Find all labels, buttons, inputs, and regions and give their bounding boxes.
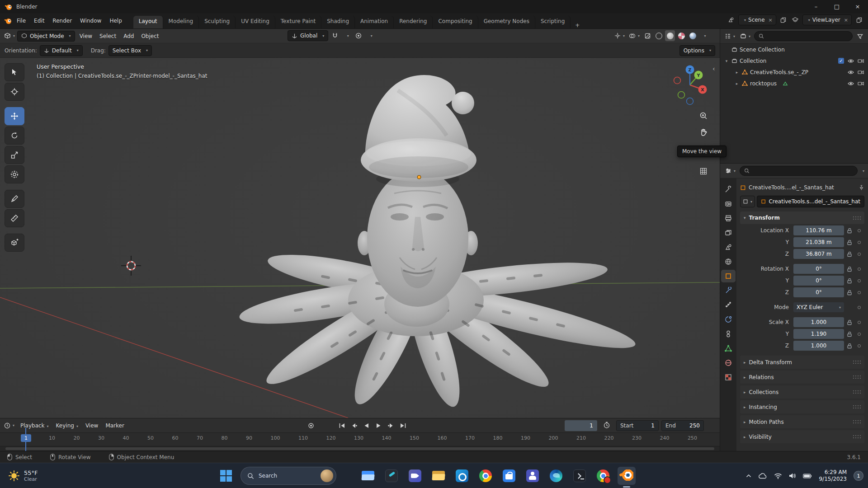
play-reverse-button[interactable] [361,420,372,431]
unlock-icon[interactable] [847,331,852,337]
scale-x-field[interactable]: 1.000 [793,317,844,327]
camera-visibility-icon[interactable] [858,58,864,63]
panel-visibility[interactable]: ▸Visibility [740,430,864,443]
maximize-button[interactable]: □ [826,0,847,13]
menu-render[interactable]: Render [48,15,76,27]
animate-dot[interactable] [858,267,861,271]
taskbar-app-dark-app[interactable] [382,467,401,485]
unlock-icon[interactable] [847,343,852,349]
panel-instancing[interactable]: ▸Instancing [740,400,864,413]
outliner-row-creativetools[interactable]: ▸ CreativeTools.se_-_ZP [720,66,868,78]
properties-tab-constraints[interactable] [721,328,736,340]
properties-tab-texture[interactable] [721,371,736,384]
battery-icon[interactable] [803,474,812,479]
gizmo-minus-y[interactable] [678,92,685,99]
clock-widget[interactable]: 6:29 AM 9/15/2023 [819,469,847,483]
next-keyframe-button[interactable] [385,420,396,431]
toggle-perspective-button[interactable] [697,164,710,178]
minimize-button[interactable]: – [806,0,826,13]
blender-menu-icon[interactable] [4,17,13,25]
location-z-field[interactable]: 36.807 m [793,249,844,259]
outliner-editor-type-button[interactable]: ▾ [723,31,736,42]
panel-collections[interactable]: ▸Collections [740,385,864,399]
snap-toggle[interactable] [330,30,340,41]
scale-y-field[interactable]: 1.190 [793,329,844,339]
proportional-falloff-dropdown[interactable]: ▾ [365,30,375,41]
tool-add-primitive[interactable] [5,234,24,252]
rotation-y-field[interactable]: 0° [793,276,844,286]
workspace-tab-modeling[interactable]: Modeling [163,16,199,28]
unlink-scene-icon[interactable]: × [769,17,773,23]
properties-search-input[interactable] [740,166,858,176]
prev-keyframe-button[interactable] [349,420,359,431]
unlock-icon[interactable] [847,266,852,272]
workspace-tab-animation[interactable]: Animation [355,16,394,28]
weather-widget[interactable]: 55°F Clear [4,467,42,485]
eye-icon[interactable] [848,58,854,64]
proportional-edit-toggle[interactable] [354,30,363,41]
taskbar-app-terminal[interactable] [571,467,589,485]
navigation-gizmo[interactable]: X Y Z [668,63,712,107]
timeline-menu-marker[interactable]: Marker [102,420,127,431]
taskbar-app-outlook[interactable] [453,467,471,485]
outliner-row-rocktopus[interactable]: ▸ rocktopus [720,78,868,89]
camera-visibility-icon[interactable] [858,81,864,86]
taskbar-app-chrome[interactable] [476,467,495,485]
volume-icon[interactable] [789,473,796,479]
current-frame-marker[interactable]: 1 [21,434,31,442]
workspace-tab-compositing[interactable]: Compositing [433,16,478,28]
viewport-menu-select[interactable]: Select [96,31,120,42]
unlock-icon[interactable] [847,319,852,325]
shading-solid-button[interactable] [665,30,675,41]
close-button[interactable]: × [847,0,868,13]
unlock-icon[interactable] [847,228,852,234]
panel-grip[interactable] [853,405,861,408]
taskbar-app-edge[interactable] [547,467,565,485]
properties-tab-render[interactable] [721,197,736,210]
timeline-menu-keying[interactable]: Keying▾ [52,420,82,431]
id-browse-button[interactable]: ▾ [740,196,755,207]
animate-dot[interactable] [858,321,861,324]
outliner-filter-button[interactable] [855,31,865,42]
panel-grip[interactable] [853,435,861,438]
menu-edit[interactable]: Edit [30,15,48,27]
shading-rendered-button[interactable] [688,30,698,41]
play-button[interactable] [373,420,384,431]
properties-tab-output[interactable] [721,212,736,225]
panel-grip[interactable] [853,375,861,379]
overlays-toggle[interactable]: ▾ [627,30,641,41]
viewport-menu-view[interactable]: View [76,31,96,42]
animate-dot[interactable] [858,229,861,232]
properties-tab-view-layer[interactable] [721,226,736,239]
workspace-tab-rendering[interactable]: Rendering [394,16,433,28]
gizmos-toggle[interactable]: ▾ [613,30,626,41]
taskbar-app-blender[interactable] [618,467,636,485]
animate-dot[interactable] [858,279,861,282]
tool-annotate[interactable] [5,190,24,208]
panel-grip[interactable] [853,420,861,423]
onedrive-icon[interactable] [758,473,767,479]
outliner-row-scene-collection[interactable]: Scene Collection [720,44,868,55]
timeline-menu-playback[interactable]: Playback▾ [17,420,52,431]
expand-arrow-icon[interactable]: ▸ [734,70,740,75]
collection-checkbox[interactable]: ✓ [838,58,844,64]
workspace-tab-sculpting[interactable]: Sculpting [199,16,236,28]
3d-viewport[interactable]: User Perspective (1) Collection | Creati… [0,58,720,418]
auto-keying-toggle[interactable] [306,420,316,431]
timeline-editor-type-button[interactable]: ▾ [3,420,16,431]
menu-window[interactable]: Window [76,15,105,27]
panel-motion-paths[interactable]: ▸Motion Paths [740,415,864,428]
snap-settings-dropdown[interactable]: ▾ [342,30,352,41]
unlock-icon[interactable] [847,239,852,245]
properties-tab-physics[interactable] [721,313,736,326]
viewport-menu-add[interactable]: Add [120,31,137,42]
panel-delta-transform[interactable]: ▸Delta Transform [740,356,864,369]
animate-dot[interactable] [858,333,861,336]
rotation-mode-dropdown[interactable]: XYZ Euler ▾ [793,302,844,312]
outliner-search-input[interactable] [754,31,853,41]
taskbar-app-chrome-profile[interactable] [594,467,612,485]
zoom-view-button[interactable] [697,109,710,122]
tool-transform[interactable] [5,165,24,183]
animate-dot[interactable] [858,241,861,244]
gizmo-minus-z[interactable] [687,98,693,105]
